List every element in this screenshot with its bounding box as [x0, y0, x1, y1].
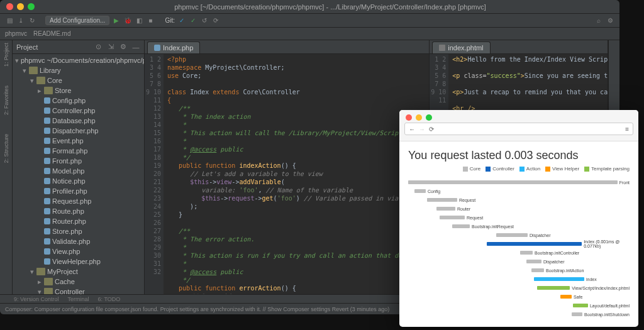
profiler-row: Bootstrap.initController: [408, 248, 630, 257]
profiler-row: Dispatcher: [408, 257, 630, 266]
profiler-row: Config: [408, 187, 630, 195]
tree-node[interactable]: Request.php: [13, 196, 144, 206]
nav-readme[interactable]: README.md: [33, 30, 70, 37]
tool-terminal[interactable]: Terminal: [68, 296, 89, 302]
maximize-icon[interactable]: [28, 3, 35, 10]
forward-icon[interactable]: →: [419, 126, 425, 133]
tree-node[interactable]: Database.php: [13, 116, 144, 126]
open-icon[interactable]: ▤: [5, 16, 14, 25]
gear-icon[interactable]: ⚙: [119, 43, 128, 52]
tree-node[interactable]: Event.php: [13, 136, 144, 146]
nav-project[interactable]: phpmvc: [5, 30, 27, 37]
tree-node[interactable]: ViewHelper.php: [13, 256, 144, 267]
browser-window-controls[interactable]: [399, 110, 638, 123]
run-config-dropdown[interactable]: Add Configuration...: [45, 16, 109, 25]
tree-node[interactable]: Route.php: [13, 206, 144, 216]
close-icon[interactable]: [6, 3, 13, 10]
close-icon[interactable]: [406, 114, 412, 121]
profiler-row: Router: [408, 204, 630, 213]
tree-node[interactable]: Model.php: [13, 166, 144, 176]
back-icon[interactable]: ←: [409, 126, 415, 133]
profiler-row: Dispatcher: [408, 231, 630, 239]
profiler-chart: FrontConfigRequestRouterRequestBootstrap…: [408, 178, 630, 319]
project-panel: Project ⊙ ⇲ ⚙ — ▾ phpmvc ~/Documents/cre…: [13, 40, 145, 294]
window-title: phpmvc [~/Documents/creation/phpmvc/phpm…: [41, 3, 619, 11]
project-panel-header: Project ⊙ ⇲ ⚙ —: [13, 40, 144, 54]
tree-node[interactable]: ▾ MyProject: [13, 267, 144, 277]
profiler-row: Bootstrap.initShutdown: [408, 310, 630, 319]
tab-index-phtml[interactable]: index.phtml: [432, 41, 490, 53]
vcs-commit-icon[interactable]: ✓: [189, 16, 197, 25]
profiler-row: Safe: [408, 292, 630, 301]
vcs-push-icon[interactable]: ⟳: [211, 16, 220, 25]
debug-icon[interactable]: 🐞: [123, 16, 132, 25]
tree-node[interactable]: Controller.php: [13, 106, 144, 116]
editor-left: Index.php 1 2 3 4 5 6 7 8 9 10 11 12 13 …: [145, 40, 430, 294]
tree-node[interactable]: Dispatcher.php: [13, 126, 144, 136]
tab-index-php[interactable]: Index.php: [147, 41, 200, 53]
tree-node[interactable]: ▾ Library: [13, 65, 144, 75]
hide-icon[interactable]: —: [131, 43, 140, 52]
reload-icon[interactable]: ⟳: [429, 126, 434, 133]
minimize-icon[interactable]: [416, 114, 422, 121]
tree-node[interactable]: Profiler.php: [13, 186, 144, 196]
tree-node[interactable]: Format.php: [13, 146, 144, 156]
search-icon[interactable]: ⌕: [594, 16, 603, 25]
tree-node[interactable]: ▸ Store: [13, 85, 144, 96]
tree-node[interactable]: Validate.php: [13, 236, 144, 246]
vcs-update-icon[interactable]: ✓: [177, 16, 186, 25]
rail-structure[interactable]: 2: Structure: [3, 134, 9, 163]
code-area[interactable]: <?php namespace MyProject\Controller; us…: [164, 54, 429, 294]
tree-node[interactable]: View.php: [13, 246, 144, 256]
git-label: Git:: [165, 17, 175, 24]
page-title: You request lasted 0.003 seconds: [408, 149, 630, 162]
menu-icon[interactable]: ≡: [625, 126, 629, 133]
stop-icon[interactable]: ■: [146, 16, 155, 25]
legend-item: Action: [519, 166, 540, 172]
tree-node[interactable]: ▾ Controller: [13, 287, 144, 294]
profiler-row: Index (0.001ms @ 0.077kb): [408, 239, 630, 248]
maximize-icon[interactable]: [426, 114, 432, 121]
browser-chrome: ← → ⟳ ≡: [399, 110, 638, 141]
profiler-row: View/Script/Index/index.phtml: [408, 283, 630, 292]
browser-window: ← → ⟳ ≡ You request lasted 0.003 seconds…: [399, 110, 638, 327]
rail-project[interactable]: 1: Project: [3, 43, 9, 67]
tree-node[interactable]: Config.php: [13, 96, 144, 106]
collapse-icon[interactable]: ⇲: [106, 43, 115, 52]
tree-node[interactable]: ▾ phpmvc ~/Documents/creation/phpmvc/php…: [13, 55, 144, 65]
browser-viewport: You request lasted 0.003 seconds CoreCon…: [399, 141, 638, 327]
minimize-icon[interactable]: [17, 3, 24, 10]
profiler-row: Layout/default.phtml: [408, 301, 630, 310]
legend-item: View Helper: [545, 166, 579, 172]
tree-node[interactable]: Front.php: [13, 156, 144, 166]
ide-titlebar: phpmvc [~/Documents/creation/phpmvc/phpm…: [0, 0, 619, 14]
profiler-row: Bootstrap.initAction: [408, 266, 630, 275]
url-bar[interactable]: ← → ⟳ ≡: [404, 123, 633, 135]
tree-node[interactable]: Router.php: [13, 216, 144, 226]
locate-icon[interactable]: ⊙: [94, 43, 103, 52]
run-icon[interactable]: ▶: [112, 16, 121, 25]
tree-node[interactable]: Notice.php: [13, 176, 144, 186]
tool-todo[interactable]: 6: TODO: [98, 296, 121, 302]
tree-node[interactable]: ▾ Core: [13, 75, 144, 85]
status-text: Composer: Composer configuration file co…: [5, 306, 389, 312]
profiler-row: Bootstrap.initRequest: [408, 222, 630, 231]
profiler-row: Front: [408, 178, 630, 187]
vcs-history-icon[interactable]: ↺: [200, 16, 209, 25]
tree-node[interactable]: ▸ Cache: [13, 277, 144, 287]
refresh-icon[interactable]: ↻: [28, 16, 36, 25]
tree-node[interactable]: Store.php: [13, 226, 144, 236]
rail-favorites[interactable]: 2: Favorites: [3, 85, 9, 115]
window-controls[interactable]: [0, 0, 41, 14]
settings-icon[interactable]: ⚙: [606, 16, 614, 25]
panel-title: Project: [16, 43, 38, 51]
left-tool-rail: 1: Project 2: Favorites 2: Structure: [0, 40, 13, 294]
project-tree[interactable]: ▾ phpmvc ~/Documents/creation/phpmvc/php…: [13, 54, 144, 294]
coverage-icon[interactable]: ◧: [135, 16, 143, 25]
tool-vcs[interactable]: 9: Version Control: [14, 296, 59, 302]
ide-toolbar: ▤ ⤓ ↻ Add Configuration... ▶ 🐞 ◧ ■ Git: …: [0, 14, 619, 28]
profiler-row: Request: [408, 195, 630, 204]
profiler-row: Request: [408, 213, 630, 222]
profiler-legend: CoreControllerActionView HelperTemplate …: [408, 166, 630, 172]
save-icon[interactable]: ⤓: [16, 16, 25, 25]
